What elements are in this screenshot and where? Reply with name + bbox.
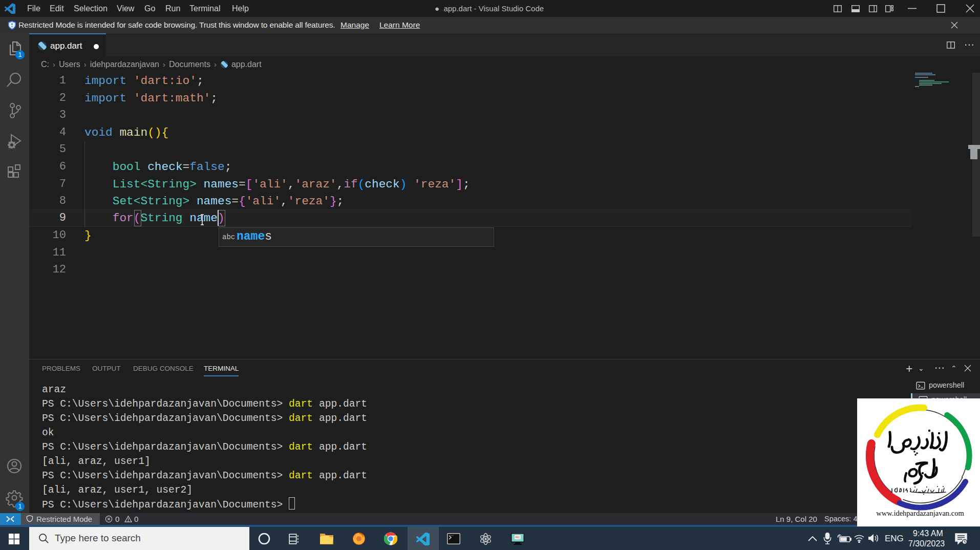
svg-text:www.idehpardazanjavan.com: www.idehpardazanjavan.com [876, 509, 964, 517]
svg-text:REC: REC [515, 536, 520, 539]
